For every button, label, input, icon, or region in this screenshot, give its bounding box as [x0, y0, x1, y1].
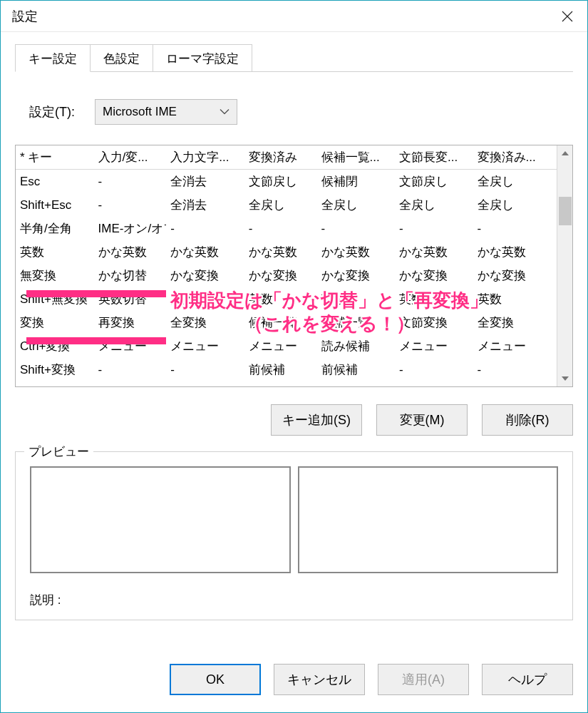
- table-cell[interactable]: Ctrl+変換: [16, 334, 94, 358]
- preset-select[interactable]: Microsoft IME: [95, 99, 237, 125]
- table-cell[interactable]: 全戻し: [473, 170, 557, 194]
- table-cell[interactable]: 候補一覧: [244, 311, 317, 334]
- table-row[interactable]: 無変換かな切替かな変換かな変換かな変換かな変換かな変換: [16, 264, 557, 287]
- table-row[interactable]: Shift+変換--前候補前候補--: [16, 358, 557, 381]
- table-cell[interactable]: かな切替: [94, 264, 167, 287]
- table-cell[interactable]: Esc: [16, 170, 94, 194]
- table-cell[interactable]: メニュー: [473, 334, 557, 358]
- table-cell[interactable]: かな変換: [166, 264, 244, 287]
- table-cell[interactable]: -: [94, 170, 167, 194]
- table-cell[interactable]: 再変換: [94, 311, 167, 334]
- table-cell[interactable]: Shift+無変換: [16, 287, 94, 311]
- table-cell[interactable]: 全戻し: [317, 193, 396, 217]
- table-cell[interactable]: 全戻し: [244, 193, 317, 217]
- table-cell[interactable]: かな英数: [94, 240, 167, 264]
- table-row[interactable]: 英数かな英数かな英数かな英数かな英数かな英数かな英数: [16, 240, 557, 264]
- table-cell[interactable]: 文節戻し: [244, 170, 317, 194]
- table-cell[interactable]: 半角/全角: [16, 217, 94, 240]
- modify-key-button[interactable]: 変更(M): [376, 404, 468, 436]
- table-cell[interactable]: かな変換: [395, 264, 473, 287]
- table-cell[interactable]: 候補一覧: [317, 311, 396, 334]
- table-cell[interactable]: メニュー: [94, 334, 167, 358]
- delete-key-button[interactable]: 削除(R): [482, 404, 573, 436]
- table-cell[interactable]: 英数: [16, 240, 94, 264]
- table-cell[interactable]: かな変換: [473, 264, 557, 287]
- table-cell[interactable]: 変換: [16, 311, 94, 334]
- table-cell[interactable]: 全戻し: [473, 193, 557, 217]
- key-button-row: キー追加(S) 変更(M) 削除(R): [15, 404, 573, 436]
- tab-label: ローマ字設定: [166, 52, 239, 66]
- table-cell[interactable]: メニュー: [166, 334, 244, 358]
- table-row[interactable]: 変換再変換全変換候補一覧候補一覧文節変換全変換: [16, 311, 557, 334]
- column-header[interactable]: 文節長変...: [395, 145, 473, 170]
- table-cell[interactable]: -: [395, 217, 473, 240]
- table-cell[interactable]: かな英数: [395, 240, 473, 264]
- table-cell[interactable]: 全変換: [473, 311, 557, 334]
- table-cell[interactable]: 英数: [166, 287, 244, 311]
- column-header[interactable]: * キー: [16, 145, 94, 170]
- table-cell[interactable]: 全消去: [166, 193, 244, 217]
- table-cell[interactable]: -: [166, 217, 244, 240]
- table-cell[interactable]: 前候補: [317, 358, 396, 381]
- column-header[interactable]: 変換済み: [244, 145, 317, 170]
- table-cell[interactable]: -: [166, 358, 244, 381]
- table-cell[interactable]: かな変換: [317, 264, 396, 287]
- table-cell[interactable]: かな英数: [473, 240, 557, 264]
- preview-panes: [30, 466, 558, 573]
- table-cell[interactable]: 英数: [317, 287, 396, 311]
- table-cell[interactable]: 読み候補: [317, 334, 396, 358]
- close-button[interactable]: [547, 1, 587, 31]
- table-row[interactable]: Ctrl+変換メニューメニューメニュー読み候補メニューメニュー: [16, 334, 557, 358]
- table-cell[interactable]: 文節戻し: [395, 170, 473, 194]
- tab-color-settings[interactable]: 色設定: [90, 44, 153, 71]
- table-cell[interactable]: 英数: [244, 287, 317, 311]
- add-key-button[interactable]: キー追加(S): [271, 404, 362, 436]
- table-cell[interactable]: 無変換: [16, 264, 94, 287]
- table-cell[interactable]: -: [317, 217, 396, 240]
- table-cell[interactable]: 全変換: [166, 311, 244, 334]
- table-cell[interactable]: 前候補: [244, 358, 317, 381]
- table-row[interactable]: Shift+Esc-全消去全戻し全戻し全戻し全戻し: [16, 193, 557, 217]
- column-header[interactable]: 変換済み...: [473, 145, 557, 170]
- table-cell[interactable]: かな変換: [244, 264, 317, 287]
- ok-button[interactable]: OK: [170, 664, 261, 695]
- vertical-scrollbar[interactable]: [557, 145, 572, 386]
- table-cell[interactable]: 全消去: [166, 170, 244, 194]
- table-cell[interactable]: 文節変換: [395, 311, 473, 334]
- table-cell[interactable]: 英数: [473, 287, 557, 311]
- table-cell[interactable]: Shift+Esc: [16, 193, 94, 217]
- table-cell[interactable]: メニュー: [395, 334, 473, 358]
- help-button[interactable]: ヘルプ: [482, 664, 573, 695]
- table-cell[interactable]: Shift+変換: [16, 358, 94, 381]
- scroll-down-icon[interactable]: [557, 371, 572, 386]
- table-row[interactable]: Shift+無変換英数切替英数英数英数英数英数: [16, 287, 557, 311]
- table-cell[interactable]: IME-オン/オフ: [94, 217, 167, 240]
- table-cell[interactable]: 候補閉: [317, 170, 396, 194]
- column-header[interactable]: 入力文字...: [166, 145, 244, 170]
- table-cell[interactable]: かな英数: [317, 240, 396, 264]
- key-table-container: * キー 入力/変... 入力文字... 変換済み 候補一覧... 文節長変..…: [15, 145, 573, 387]
- table-cell[interactable]: -: [94, 358, 167, 381]
- tab-romaji-settings[interactable]: ローマ字設定: [153, 44, 252, 71]
- table-cell[interactable]: -: [395, 358, 473, 381]
- table-cell[interactable]: -: [94, 193, 167, 217]
- scroll-up-icon[interactable]: [557, 145, 572, 161]
- table-cell[interactable]: かな英数: [244, 240, 317, 264]
- table-row[interactable]: 半角/全角IME-オン/オフ-----: [16, 217, 557, 240]
- column-header[interactable]: 候補一覧...: [317, 145, 396, 170]
- key-table[interactable]: * キー 入力/変... 入力文字... 変換済み 候補一覧... 文節長変..…: [16, 145, 557, 381]
- table-cell[interactable]: -: [473, 358, 557, 381]
- table-cell[interactable]: メニュー: [244, 334, 317, 358]
- table-cell[interactable]: -: [473, 217, 557, 240]
- column-header[interactable]: 入力/変...: [94, 145, 167, 170]
- scroll-thumb[interactable]: [559, 197, 572, 225]
- table-cell[interactable]: -: [244, 217, 317, 240]
- table-header-row: * キー 入力/変... 入力文字... 変換済み 候補一覧... 文節長変..…: [16, 145, 557, 170]
- table-cell[interactable]: 英数切替: [94, 287, 167, 311]
- table-cell[interactable]: 英数: [395, 287, 473, 311]
- table-cell[interactable]: かな英数: [166, 240, 244, 264]
- tab-key-settings[interactable]: キー設定: [15, 44, 91, 72]
- cancel-button[interactable]: キャンセル: [274, 664, 365, 695]
- table-row[interactable]: Esc-全消去文節戻し候補閉文節戻し全戻し: [16, 170, 557, 194]
- table-cell[interactable]: 全戻し: [395, 193, 473, 217]
